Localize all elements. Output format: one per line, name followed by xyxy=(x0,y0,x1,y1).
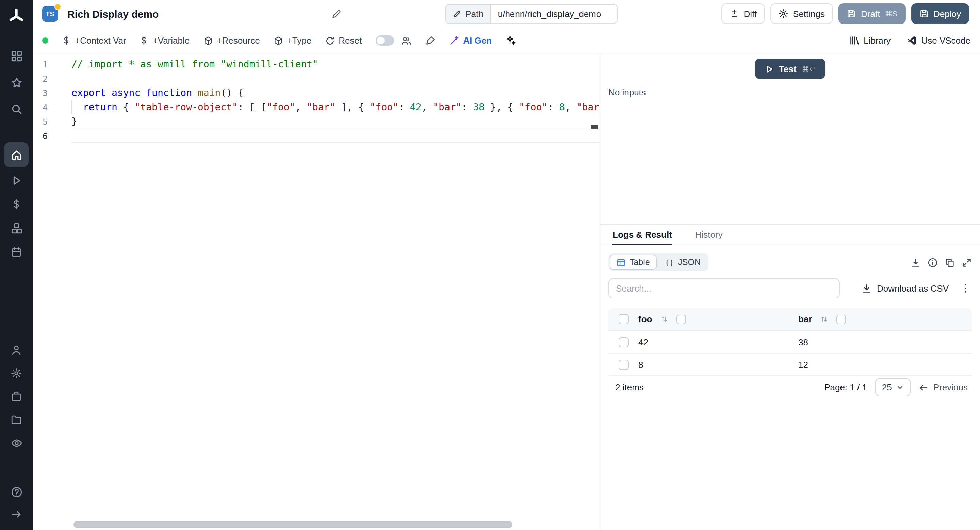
vscode-icon xyxy=(907,35,917,46)
script-title: Rich Display demo xyxy=(67,8,159,19)
sort-foo-button[interactable] xyxy=(660,315,668,324)
editor-gutter: 123456 xyxy=(33,57,72,143)
code-line[interactable] xyxy=(72,129,600,143)
sparkles-icon xyxy=(505,35,515,46)
edit-summary-button[interactable] xyxy=(331,8,342,19)
draft-shortcut: ⌘S xyxy=(885,9,897,18)
sidebar-item-user[interactable] xyxy=(5,340,27,360)
windmill-logo[interactable] xyxy=(5,5,28,28)
sidebar-item-variables[interactable] xyxy=(5,194,27,215)
page-size-select[interactable]: 25 xyxy=(875,378,911,396)
deploy-button[interactable]: Deploy xyxy=(911,3,969,24)
run-header: Test ⌘↵ No inputs xyxy=(600,54,980,225)
ai-gen-button[interactable]: AI Gen xyxy=(449,35,492,46)
sidebar-item-workers[interactable] xyxy=(5,386,27,407)
apps-grid-icon xyxy=(11,50,22,62)
editor-code[interactable]: // import * as wmill from "windmill-clie… xyxy=(72,57,600,143)
diff-button[interactable]: Diff xyxy=(721,3,765,24)
sidebar-item-audit-logs[interactable] xyxy=(5,433,27,453)
column-foo-checkbox[interactable] xyxy=(676,314,686,324)
pencil-icon xyxy=(331,8,342,19)
view-table-button[interactable]: Table xyxy=(610,255,657,270)
brush-icon xyxy=(425,35,435,46)
code-editor[interactable]: 123456 // import * as wmill from "windmi… xyxy=(33,54,600,530)
path-button-label: Path xyxy=(465,8,484,19)
dollar-icon xyxy=(11,199,22,210)
view-json-label: JSON xyxy=(678,257,701,267)
horizontal-scrollbar[interactable] xyxy=(73,521,512,528)
sidebar-item-apps[interactable] xyxy=(5,46,27,66)
sidebar-item-schedules[interactable] xyxy=(5,242,27,262)
result-table-header: foo bar xyxy=(608,308,972,330)
code-line[interactable]: } xyxy=(72,115,600,129)
add-type-button[interactable]: +Type xyxy=(274,35,312,46)
sidebar-item-resources[interactable] xyxy=(5,218,27,238)
download-result-button[interactable] xyxy=(911,257,921,267)
code-line[interactable] xyxy=(72,72,600,86)
edit-path-button[interactable]: Path xyxy=(445,5,491,23)
page-size-value: 25 xyxy=(882,382,892,393)
view-json-button[interactable]: {} JSON xyxy=(658,255,708,270)
format-code-button[interactable] xyxy=(425,35,435,46)
column-bar-checkbox[interactable] xyxy=(837,314,846,324)
row-checkbox[interactable] xyxy=(618,359,628,370)
download-csv-button[interactable]: Download as CSV xyxy=(861,283,949,293)
sort-icon xyxy=(660,315,668,324)
sidebar-item-folders[interactable] xyxy=(5,409,27,430)
braces-icon: {} xyxy=(665,258,674,267)
code-line[interactable]: // import * as wmill from "windmill-clie… xyxy=(72,57,600,72)
table-more-options-button[interactable]: ⋮ xyxy=(959,282,972,294)
use-vscode-button[interactable]: Use VScode xyxy=(907,35,970,46)
copy-result-button[interactable] xyxy=(945,257,955,267)
deploy-label: Deploy xyxy=(933,8,961,19)
emoji-badge xyxy=(54,3,61,10)
run-panel: Test ⌘↵ No inputs Logs & Result History xyxy=(600,54,980,530)
ai-suggestions-button[interactable] xyxy=(505,35,515,46)
code-line[interactable]: export async function main() { xyxy=(72,86,600,100)
result-body: Table {} JSON xyxy=(600,245,980,530)
help-circle-icon xyxy=(11,486,22,498)
sidebar-item-favorites[interactable] xyxy=(5,72,27,93)
sidebar xyxy=(0,0,33,530)
package-icon xyxy=(203,36,213,45)
line-number: 1 xyxy=(33,57,48,72)
sort-bar-button[interactable] xyxy=(820,315,828,324)
code-line[interactable]: return { "table-row-object": [ ["foo", "… xyxy=(72,100,600,115)
sidebar-item-help[interactable] xyxy=(5,482,27,502)
previous-label: Previous xyxy=(933,382,968,393)
diff-icon xyxy=(730,9,739,18)
eye-icon xyxy=(11,437,22,449)
draft-button[interactable]: Draft ⌘S xyxy=(838,3,905,24)
expand-result-button[interactable] xyxy=(962,257,972,267)
sidebar-item-runs[interactable] xyxy=(5,170,27,191)
sidebar-item-home[interactable] xyxy=(4,142,29,167)
search-input[interactable] xyxy=(608,278,840,299)
test-button[interactable]: Test ⌘↵ xyxy=(755,59,825,79)
reset-button[interactable]: Reset xyxy=(325,35,362,46)
library-button[interactable]: Library xyxy=(850,35,891,46)
tab-history[interactable]: History xyxy=(695,225,723,245)
select-all-checkbox[interactable] xyxy=(618,314,628,324)
settings-button[interactable]: Settings xyxy=(770,3,833,24)
diff-mode-toggle[interactable] xyxy=(375,35,394,46)
add-resource-button[interactable]: +Resource xyxy=(203,35,259,46)
table-row: 4238 xyxy=(608,330,972,353)
windmill-logo-icon xyxy=(8,8,25,25)
script-path-value[interactable]: u/henri/rich_display_demo xyxy=(491,5,617,23)
items-count: 2 items xyxy=(615,382,644,393)
sidebar-item-search[interactable] xyxy=(5,99,27,119)
previous-page-button[interactable]: Previous xyxy=(919,382,968,393)
row-checkbox[interactable] xyxy=(618,337,628,347)
sidebar-item-settings[interactable] xyxy=(5,363,27,383)
path-group: Path u/henri/rich_display_demo xyxy=(445,4,618,24)
add-variable-button[interactable]: +Variable xyxy=(140,35,190,46)
users-icon xyxy=(401,35,411,46)
result-table-footer: 2 items Page: 1 / 1 25 xyxy=(608,375,972,399)
sidebar-collapse-button[interactable] xyxy=(5,504,27,525)
result-info-button[interactable] xyxy=(928,257,938,267)
add-context-var-button[interactable]: +Context Var xyxy=(62,35,126,46)
topbar: TS Rich Display demo Path u/henri/rich_d… xyxy=(33,0,980,27)
diff-label: Diff xyxy=(744,8,757,19)
download-icon xyxy=(911,257,921,267)
tab-logs-result[interactable]: Logs & Result xyxy=(612,225,672,245)
